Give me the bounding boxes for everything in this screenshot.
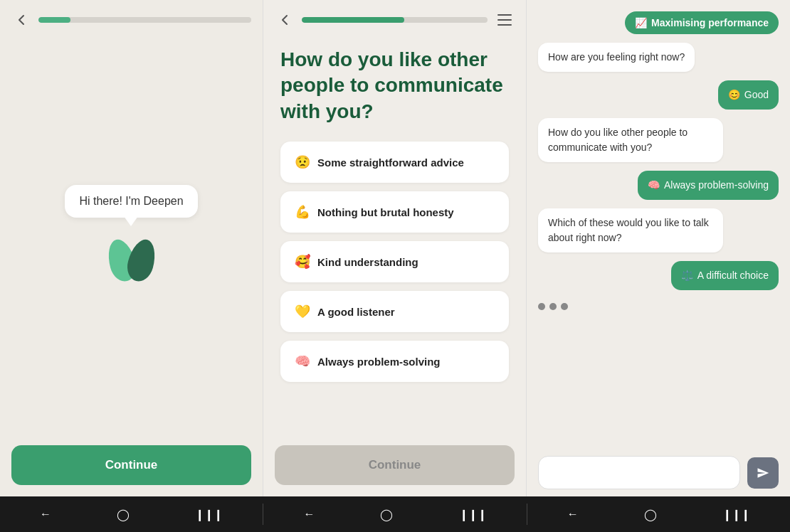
- option-btn-4[interactable]: 🧠 Always problem-solving: [280, 341, 509, 382]
- panel-chat: 📈 Maximising performance How are you fee…: [527, 0, 790, 496]
- option-emoji-0: 😟: [295, 154, 310, 170]
- nav-home-mid[interactable]: ◯: [380, 508, 393, 521]
- continue-button-mid[interactable]: Continue: [275, 445, 515, 485]
- chat-msg-3: 🧠 Always problem-solving: [638, 171, 779, 200]
- nav-section-mid: ← ◯ ❙❙❙: [263, 508, 526, 521]
- dot-3: [561, 303, 568, 310]
- dot-1: [538, 303, 545, 310]
- send-button[interactable]: [747, 457, 779, 489]
- chat-msg-1: 😊 Good: [718, 80, 779, 110]
- chat-msg-4: Which of these would you like to talk ab…: [538, 208, 723, 252]
- option-label-2: Kind understanding: [317, 256, 418, 268]
- nav-home-left[interactable]: ◯: [117, 508, 130, 521]
- progress-bar-mid: [302, 17, 488, 23]
- left-top-bar: [0, 0, 263, 40]
- nav-back-mid[interactable]: ←: [303, 508, 315, 521]
- chat-msg-5-text: A difficult choice: [697, 268, 769, 283]
- chat-input[interactable]: [538, 456, 740, 489]
- question-title: How do you like other people to communic…: [280, 47, 509, 124]
- hamburger-line-2: [497, 19, 512, 21]
- nav-back-left[interactable]: ←: [40, 508, 51, 521]
- option-emoji-4: 🧠: [295, 353, 310, 369]
- nav-bar: ← ◯ ❙❙❙ ← ◯ ❙❙❙ ← ◯ ❙❙❙: [0, 496, 790, 532]
- progress-fill-mid: [302, 17, 404, 23]
- question-area: How do you like other people to communic…: [263, 40, 526, 402]
- continue-button-left[interactable]: Continue: [11, 445, 251, 485]
- option-label-0: Some straightforward advice: [317, 156, 464, 169]
- dot-2: [549, 303, 557, 310]
- typing-indicator: [538, 299, 779, 314]
- hamburger-line-3: [497, 24, 512, 26]
- option-label-4: Always problem-solving: [317, 356, 441, 368]
- chat-msg-5: ⚖️ A difficult choice: [671, 261, 779, 290]
- tag-label: Maximising performance: [651, 17, 769, 28]
- speech-bubble: Hi there! I'm Deepen: [65, 185, 197, 218]
- chat-input-area: [527, 449, 790, 496]
- chat-tag: 📈 Maximising performance: [625, 11, 779, 34]
- chat-msg-5-emoji: ⚖️: [681, 268, 693, 283]
- option-btn-0[interactable]: 😟 Some straightforward advice: [280, 142, 509, 183]
- nav-section-right: ← ◯ ❙❙❙: [527, 508, 790, 521]
- chat-msg-2-text: How do you like other people to communic…: [548, 127, 688, 153]
- nav-menu-left[interactable]: ❙❙❙: [195, 508, 223, 521]
- back-button-left[interactable]: [11, 10, 31, 30]
- option-emoji-1: 💪: [295, 204, 310, 220]
- nav-back-right[interactable]: ←: [567, 508, 579, 521]
- avatar-logo: [103, 232, 160, 289]
- chat-msg-0-text: How are you feeling right now?: [548, 51, 685, 63]
- option-emoji-3: 💛: [295, 304, 310, 319]
- chat-msg-0: How are you feeling right now?: [538, 43, 695, 72]
- chat-msg-1-text: Good: [744, 87, 769, 102]
- hamburger-menu[interactable]: [495, 10, 515, 30]
- option-btn-2[interactable]: 🥰 Kind understanding: [280, 241, 509, 282]
- speech-bubble-text: Hi there! I'm Deepen: [79, 195, 183, 207]
- back-button-mid[interactable]: [275, 10, 295, 30]
- chat-msg-3-emoji: 🧠: [648, 178, 660, 193]
- nav-home-right[interactable]: ◯: [644, 508, 657, 521]
- option-btn-1[interactable]: 💪 Nothing but brutal honesty: [280, 191, 509, 233]
- chat-msg-3-text: Always problem-solving: [664, 178, 769, 193]
- nav-menu-mid[interactable]: ❙❙❙: [459, 508, 487, 521]
- panel-question: How do you like other people to communic…: [263, 0, 527, 496]
- mid-continue-area: Continue: [263, 434, 526, 496]
- option-emoji-2: 🥰: [295, 254, 310, 270]
- chat-msg-2: How do you like other people to communic…: [538, 118, 723, 162]
- option-label-3: A good listener: [317, 306, 395, 318]
- panel-avatar: Hi there! I'm Deepen Continue: [0, 0, 263, 496]
- mid-top-bar: [263, 0, 526, 40]
- chat-area: 📈 Maximising performance How are you fee…: [527, 0, 790, 449]
- avatar-area: Hi there! I'm Deepen: [0, 40, 263, 434]
- send-icon: [757, 467, 769, 479]
- left-continue-area: Continue: [0, 434, 263, 496]
- nav-menu-right[interactable]: ❙❙❙: [722, 508, 750, 521]
- option-label-1: Nothing but brutal honesty: [317, 206, 454, 218]
- progress-fill-left: [38, 17, 70, 23]
- nav-section-left: ← ◯ ❙❙❙: [0, 508, 263, 521]
- option-btn-3[interactable]: 💛 A good listener: [280, 291, 509, 332]
- chat-msg-4-text: Which of these would you like to talk ab…: [548, 217, 709, 243]
- hamburger-line-1: [497, 14, 512, 16]
- chat-msg-1-emoji: 😊: [728, 87, 740, 102]
- progress-bar-left: [38, 17, 251, 23]
- tag-emoji: 📈: [635, 17, 647, 28]
